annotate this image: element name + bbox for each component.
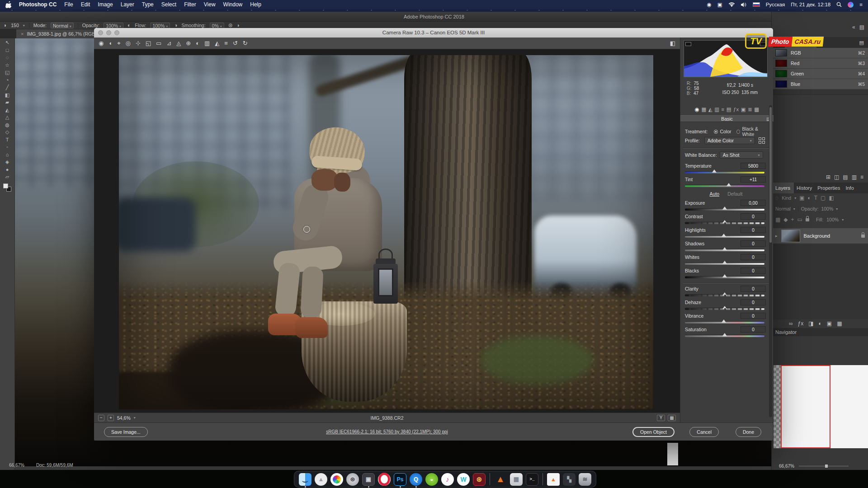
tint-value[interactable]: +11 xyxy=(741,176,766,183)
menu-help[interactable]: Help xyxy=(250,1,261,8)
rotate-left-button[interactable]: ↺ xyxy=(233,40,238,46)
dock-photoshop[interactable]: Ps xyxy=(393,471,407,488)
adjustment-brush-tool[interactable]: ◐ xyxy=(196,40,199,46)
collapse-panels-icon[interactable]: « xyxy=(852,24,855,30)
blacks-value[interactable]: 0 xyxy=(741,267,766,274)
default-link[interactable]: Default xyxy=(727,191,742,197)
wifi-icon[interactable] xyxy=(728,2,735,7)
status-zoom[interactable]: 66,67% xyxy=(9,463,24,468)
opacity-select[interactable]: 100% ▾ xyxy=(104,23,123,28)
clone-stamp-tool[interactable]: ▰ xyxy=(3,100,12,105)
open-object-button[interactable]: Open Object xyxy=(632,427,675,437)
straighten-tool[interactable]: ▭ xyxy=(156,40,161,46)
close-tab-icon[interactable]: × xyxy=(21,31,24,37)
highlights-value[interactable]: 0 xyxy=(741,227,766,233)
dock-photos[interactable] xyxy=(330,471,344,488)
eyedropper-tool[interactable]: ◔ xyxy=(3,78,12,83)
brush-tool[interactable]: ◧ xyxy=(3,93,12,98)
mode-select[interactable]: Normal ▾ xyxy=(51,23,74,28)
volume-icon[interactable] xyxy=(741,2,747,7)
lock-pixels-icon[interactable]: ◆ xyxy=(783,217,788,222)
dock-eos-utility[interactable]: ▣ xyxy=(362,471,375,488)
dehaze-slider[interactable] xyxy=(685,308,764,310)
spot-heal-tool[interactable]: ╱ xyxy=(3,85,12,90)
layer-thumbnail[interactable] xyxy=(781,230,800,242)
panel-icon[interactable]: ▥ xyxy=(852,174,857,180)
temperature-slider[interactable] xyxy=(685,171,764,174)
panel-menu-icon[interactable]: ▤ xyxy=(859,24,864,30)
navigator-view-box[interactable] xyxy=(781,365,830,448)
blacks-slider[interactable] xyxy=(685,276,764,278)
pressure-opacity-icon[interactable]: ◐ xyxy=(127,23,131,28)
color-swatches[interactable] xyxy=(3,183,11,192)
blur-tool[interactable]: ◇ xyxy=(3,130,12,135)
fullscreen-toggle-icon[interactable]: ◧ xyxy=(670,40,675,46)
shape-tool[interactable]: ⌂ xyxy=(3,152,12,157)
pressure-size-icon[interactable]: ◗ xyxy=(237,23,240,28)
lock-transparent-icon[interactable]: ▦ xyxy=(775,217,780,222)
contrast-slider[interactable] xyxy=(685,222,764,224)
layer-name[interactable]: Background xyxy=(804,233,858,239)
type-tool[interactable]: T xyxy=(3,137,12,142)
spot-removal-tool[interactable]: ◬ xyxy=(176,40,181,46)
saturation-value[interactable]: 0 xyxy=(741,326,766,333)
filter-type-icon[interactable]: T xyxy=(814,195,817,201)
panel-icon[interactable]: ▤ xyxy=(843,174,848,180)
layer-row-background[interactable]: ▸ Background xyxy=(772,228,868,244)
channels-menu-icon[interactable]: ▤ xyxy=(855,37,868,48)
layer-mask-icon[interactable]: ◨ xyxy=(808,321,813,326)
radial-filter-tool[interactable]: ◭ xyxy=(215,40,219,46)
filter-smart-icon[interactable]: ◧ xyxy=(829,195,834,201)
saturation-slider[interactable] xyxy=(685,335,764,337)
channel-row-green[interactable]: Green ⌘4 xyxy=(772,69,868,79)
zoom-tool[interactable]: ▱ xyxy=(3,174,12,179)
fill-value[interactable]: 100% xyxy=(826,217,839,222)
treatment-color-radio[interactable]: Color xyxy=(714,129,731,134)
shadows-slider[interactable] xyxy=(685,249,764,251)
eraser-tool[interactable]: △ xyxy=(3,115,12,120)
layers-opacity-value[interactable]: 100% xyxy=(821,206,833,211)
tint-slider[interactable] xyxy=(685,185,764,187)
notification-center-icon[interactable]: ≡ xyxy=(859,2,863,7)
siri-icon[interactable] xyxy=(848,2,854,8)
graduated-filter-tool[interactable]: ▥ xyxy=(204,40,210,46)
done-button[interactable]: Done xyxy=(736,427,761,437)
link-layers-icon[interactable]: ∞ xyxy=(789,321,793,326)
dock-finder[interactable] xyxy=(298,471,312,488)
vibrance-slider[interactable] xyxy=(685,321,764,324)
transform-tool[interactable]: ⊿ xyxy=(166,40,171,46)
exposure-value[interactable]: 0,00 xyxy=(741,200,766,206)
flow-select[interactable]: 100% ▾ xyxy=(150,23,170,28)
filter-icon[interactable]: ◌ xyxy=(775,195,778,201)
menu-view[interactable]: View xyxy=(204,1,216,8)
rotate-right-button[interactable]: ↻ xyxy=(243,40,248,46)
tab-hsl[interactable]: ▥ xyxy=(714,107,719,113)
red-eye-tool[interactable]: ⊕ xyxy=(186,40,191,46)
clarity-slider[interactable] xyxy=(685,294,764,296)
menu-file[interactable]: File xyxy=(64,1,73,8)
tab-split-toning[interactable]: ≡ xyxy=(722,107,725,113)
kind-label[interactable]: Kind xyxy=(782,195,791,201)
history-brush-tool[interactable]: ◭ xyxy=(3,108,12,113)
dock-adium[interactable]: ◒ xyxy=(425,471,439,488)
panel-icon[interactable]: ⊞ xyxy=(826,174,830,180)
whites-slider[interactable] xyxy=(685,263,764,265)
tab-snapshots[interactable]: ▩ xyxy=(754,107,759,113)
channel-row-blue[interactable]: Blue ⌘5 xyxy=(772,79,868,89)
tab-camera-calibration[interactable]: ▣ xyxy=(741,107,746,113)
color-sampler-tool[interactable]: ◎ xyxy=(126,40,131,46)
white-balance-select[interactable]: As Shot▾ xyxy=(720,151,763,159)
lock-position-icon[interactable]: + xyxy=(791,217,794,222)
language-flag-icon[interactable] xyxy=(753,2,760,7)
lasso-tool[interactable]: ◌ xyxy=(3,55,12,60)
dock-screen-recorder[interactable]: ⊛ xyxy=(472,471,486,488)
menu-clock[interactable]: Пт, 21 дек. 12:18 xyxy=(791,2,830,7)
new-layer-icon[interactable]: ▣ xyxy=(827,321,832,326)
dock-vlc-document[interactable]: ▲ xyxy=(547,471,560,488)
gradient-tool[interactable]: ◍ xyxy=(3,122,12,127)
tab-basic[interactable]: ◉ xyxy=(695,107,699,113)
delete-layer-icon[interactable]: ▦ xyxy=(837,321,842,326)
workflow-options-link[interactable]: sRGB IEC61966-2.1; 16 bit; 5760 by 3840 … xyxy=(94,429,680,434)
menu-select[interactable]: Select xyxy=(161,1,176,8)
chevron-down-icon[interactable]: ▾ xyxy=(23,23,25,28)
